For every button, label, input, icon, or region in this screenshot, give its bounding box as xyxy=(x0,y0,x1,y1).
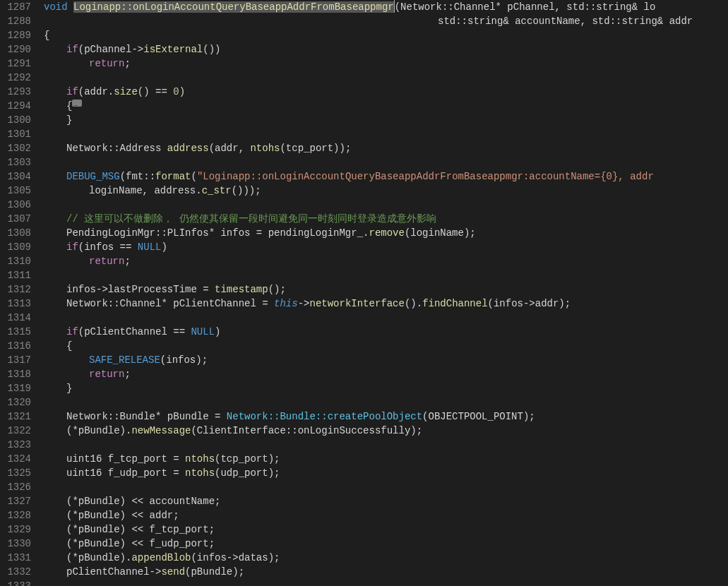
keyword-void: void xyxy=(44,1,68,13)
code-line[interactable]: SAFE_RELEASE(infos); xyxy=(44,353,728,367)
code-line[interactable]: (*pBundle) << addr; xyxy=(44,508,728,522)
keyword-return: return xyxy=(89,369,124,380)
code-line[interactable]: if(infos == NULL) xyxy=(44,240,728,254)
fn-remove: remove xyxy=(369,227,404,239)
code-line[interactable] xyxy=(44,311,728,325)
fn-format: format xyxy=(155,171,191,182)
fn-appendBlob: appendBlob xyxy=(131,552,191,563)
line-number: 1305 xyxy=(6,184,31,198)
line-number: 1313 xyxy=(6,297,31,311)
line-number: 1302 xyxy=(6,141,31,155)
brace-open: { xyxy=(66,340,72,352)
code-line[interactable]: if(pClientChannel == NULL) xyxy=(44,325,728,339)
code-line[interactable]: (*pBundle).newMessage(ClientInterface::o… xyxy=(44,424,728,438)
line-number: 1330 xyxy=(6,537,31,551)
code-line[interactable]: return; xyxy=(44,254,728,268)
fn-send: send xyxy=(161,566,185,578)
line-number: 1318 xyxy=(6,367,31,381)
fn-isExternal: isExternal xyxy=(143,44,203,55)
line-number: 1315 xyxy=(6,325,31,339)
code-area[interactable]: void Loginapp::onLoginAccountQueryBaseap… xyxy=(44,0,728,586)
code-line[interactable]: } xyxy=(44,113,728,127)
fn-createPoolObject: Network::Bundle::createPoolObject xyxy=(227,411,422,422)
line-number: 1319 xyxy=(6,381,31,395)
code-line[interactable]: if(pChannel->isExternal()) xyxy=(44,42,728,56)
line-number: 1327 xyxy=(6,494,31,508)
code-line[interactable]: if(addr.size() == 0) xyxy=(44,85,728,99)
line-number: 1301 xyxy=(6,127,31,141)
code-line[interactable] xyxy=(44,155,728,169)
code-line[interactable] xyxy=(44,395,728,409)
code-line[interactable]: (*pBundle) << f_tcp_port; xyxy=(44,522,728,537)
code-line[interactable] xyxy=(44,268,728,282)
macro-safe-release: SAFE_RELEASE xyxy=(89,354,160,366)
code-line[interactable] xyxy=(44,438,728,452)
code-editor[interactable]: 1287 1288 1289 1290 1291 1292 1293 1294 … xyxy=(0,0,728,586)
code-line[interactable] xyxy=(44,198,728,212)
line-number: 1309 xyxy=(6,240,31,254)
code-line[interactable]: Network::Bundle* pBundle = Network::Bund… xyxy=(44,409,728,424)
keyword-this: this xyxy=(274,298,298,309)
string-literal: "Loginapp::onLoginAccountQueryBaseappAdd… xyxy=(197,171,654,182)
line-number: 1317 xyxy=(6,353,31,367)
code-line[interactable]: (*pBundle) << accountName; xyxy=(44,494,728,508)
line-number: 1294 xyxy=(6,99,31,113)
line-number: 1311 xyxy=(6,268,31,282)
line-number: 1304 xyxy=(6,169,31,184)
code-line[interactable]: { xyxy=(44,99,728,113)
fn-ntohs: ntohs xyxy=(185,453,215,465)
code-line[interactable]: loginName, address.c_str())); xyxy=(44,184,728,198)
code-line[interactable] xyxy=(44,579,728,586)
line-number: 1290 xyxy=(6,42,31,56)
fn-findChannel: findChannel xyxy=(422,298,487,309)
fn-networkInterface: networkInterface xyxy=(309,298,404,309)
line-number: 1300 xyxy=(6,113,31,127)
stream-stmt: (*pBundle) << f_udp_port; xyxy=(66,538,215,549)
code-line[interactable]: Network::Channel* pClientChannel = this-… xyxy=(44,297,728,311)
fn-ntohs: ntohs xyxy=(185,467,215,479)
line-number-gutter: 1287 1288 1289 1290 1291 1292 1293 1294 … xyxy=(0,0,44,586)
fn-newMessage: newMessage xyxy=(131,425,191,436)
keyword-return: return xyxy=(89,58,124,69)
code-line[interactable]: void Loginapp::onLoginAccountQueryBaseap… xyxy=(44,0,728,14)
code-line[interactable]: std::string& accountName, std::string& a… xyxy=(44,14,728,28)
brace-open: { xyxy=(66,100,72,112)
line-number: 1288 xyxy=(6,14,31,28)
code-line[interactable]: { xyxy=(44,339,728,353)
line-number: 1287 xyxy=(6,0,31,14)
fn-cstr: c_str xyxy=(202,185,232,196)
line-number: 1314 xyxy=(6,311,31,325)
code-line[interactable] xyxy=(44,480,728,494)
fold-marker-icon[interactable] xyxy=(72,100,82,107)
code-line[interactable]: (*pBundle) << f_udp_port; xyxy=(44,537,728,551)
line-number: 1316 xyxy=(6,339,31,353)
code-line[interactable]: pClientChannel->send(pBundle); xyxy=(44,565,728,579)
code-line[interactable] xyxy=(44,71,728,85)
signature-params: (Network::Channel* pChannel, std::string… xyxy=(395,1,656,13)
code-line[interactable]: return; xyxy=(44,367,728,381)
code-line[interactable]: // 这里可以不做删除， 仍然使其保留一段时间避免同一时刻同时登录造成意外影响 xyxy=(44,212,728,226)
code-line[interactable]: uint16 f_tcp_port = ntohs(tcp_port); xyxy=(44,452,728,466)
comment: // 这里可以不做删除， 仍然使其保留一段时间避免同一时刻同时登录造成意外影响 xyxy=(66,213,436,225)
line-number: 1328 xyxy=(6,508,31,522)
line-number: 1310 xyxy=(6,254,31,268)
code-line[interactable]: return; xyxy=(44,56,728,71)
code-line[interactable]: Network::Address address(addr, ntohs(tcp… xyxy=(44,141,728,155)
code-line[interactable] xyxy=(44,127,728,141)
line-number: 1324 xyxy=(6,452,31,466)
null-literal: NULL xyxy=(191,326,215,337)
var-address: address xyxy=(167,143,209,154)
code-line[interactable]: DEBUG_MSG(fmt::format("Loginapp::onLogin… xyxy=(44,169,728,184)
code-line[interactable]: } xyxy=(44,381,728,395)
fn-ntohs: ntohs xyxy=(250,143,280,154)
code-line[interactable]: (*pBundle).appendBlob(infos->datas); xyxy=(44,551,728,565)
keyword-if: if xyxy=(66,86,78,97)
code-line[interactable]: uint16 f_udp_port = ntohs(udp_port); xyxy=(44,466,728,480)
code-line[interactable]: PendingLoginMgr::PLInfos* infos = pendin… xyxy=(44,226,728,240)
code-line[interactable]: infos->lastProcessTime = timestamp(); xyxy=(44,282,728,297)
brace-close: } xyxy=(66,383,72,394)
line-number: 1326 xyxy=(6,480,31,494)
code-line[interactable]: { xyxy=(44,28,728,42)
stream-stmt: (*pBundle) << accountName; xyxy=(66,496,220,507)
keyword-if: if xyxy=(66,44,78,55)
